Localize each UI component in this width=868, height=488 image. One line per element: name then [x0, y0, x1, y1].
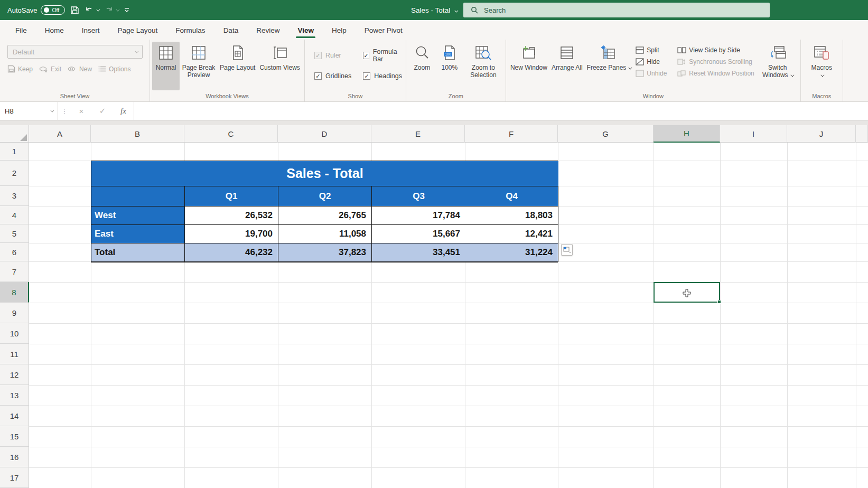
row-header-15[interactable]: 15 [0, 426, 29, 447]
column-header-B[interactable]: B [91, 125, 184, 143]
name-box[interactable]: H8 [0, 102, 58, 120]
row-header-13[interactable]: 13 [0, 385, 29, 406]
formula-bar-checkbox[interactable]: ✓ Formula Bar [363, 48, 402, 63]
table-cell-value[interactable]: 33,451 [372, 243, 465, 262]
table-cell-value[interactable]: 17,784 [372, 207, 465, 225]
title-dropdown-icon[interactable] [454, 8, 458, 12]
undo-dropdown-icon[interactable] [97, 7, 100, 11]
formula-bar-checkbox-box[interactable]: ✓ [363, 52, 369, 59]
table-cell-value[interactable]: 46,232 [185, 243, 278, 262]
headings-checkbox-box[interactable]: ✓ [363, 72, 370, 80]
table-row-label[interactable]: Total [91, 243, 185, 262]
table-quarter-header[interactable]: Q2 [278, 186, 372, 207]
column-header-I[interactable]: I [720, 125, 787, 143]
gridlines-checkbox-box[interactable]: ✓ [314, 72, 322, 80]
column-header-J[interactable]: J [787, 125, 856, 143]
page-break-preview-button[interactable]: Page Break Preview [180, 42, 218, 90]
zoom-to-selection-button[interactable]: Zoom to Selection [463, 42, 503, 90]
column-header-partial[interactable] [856, 125, 868, 143]
sales-table[interactable]: Sales - TotalQ1Q2Q3Q4West26,53226,76517,… [91, 161, 558, 262]
arrange-all-button[interactable]: Arrange All [549, 42, 585, 90]
freeze-panes-button[interactable]: Freeze Panes [585, 42, 633, 90]
tab-insert[interactable]: Insert [73, 22, 109, 39]
table-cell-value[interactable]: 26,532 [185, 207, 278, 225]
zoom-100-button[interactable]: 100 100% [436, 42, 463, 90]
column-header-D[interactable]: D [278, 125, 371, 143]
tab-page-layout[interactable]: Page Layout [109, 22, 167, 39]
undo-button[interactable] [85, 6, 99, 14]
normal-view-button[interactable]: Normal [152, 42, 180, 90]
row-header-17[interactable]: 17 [0, 467, 29, 488]
row-header-8[interactable]: 8 [0, 282, 29, 303]
fill-handle[interactable] [717, 300, 721, 304]
custom-views-button[interactable]: Custom Views [257, 42, 302, 90]
column-header-E[interactable]: E [371, 125, 465, 143]
table-row-label[interactable]: East [91, 225, 185, 243]
row-header-10[interactable]: 10 [0, 323, 29, 344]
table-cell-value[interactable]: 37,823 [278, 243, 372, 262]
switch-windows-button[interactable]: Switch Windows [757, 42, 798, 90]
tab-home[interactable]: Home [36, 22, 73, 39]
row-header-9[interactable]: 9 [0, 303, 29, 323]
row-header-6[interactable]: 6 [0, 243, 29, 261]
row-header-3[interactable]: 3 [0, 186, 29, 206]
customize-quick-access-icon[interactable] [124, 7, 130, 13]
table-title[interactable]: Sales - Total [91, 161, 558, 186]
tab-data[interactable]: Data [214, 22, 248, 39]
table-row-label[interactable]: West [91, 207, 185, 225]
gridlines-checkbox[interactable]: ✓ Gridlines [314, 72, 351, 80]
formula-input[interactable] [134, 102, 868, 120]
column-header-C[interactable]: C [184, 125, 278, 143]
tab-formulas[interactable]: Formulas [166, 22, 214, 39]
table-quarter-header[interactable]: Q1 [185, 186, 278, 207]
row-header-7[interactable]: 7 [0, 261, 29, 282]
row-header-5[interactable]: 5 [0, 224, 29, 243]
autosave-toggle[interactable]: AutoSave Off [7, 5, 65, 15]
name-box-dropdown-icon[interactable] [50, 108, 54, 112]
tab-power-pivot[interactable]: Power Pivot [356, 22, 412, 39]
row-header-4[interactable]: 4 [0, 206, 29, 224]
column-header-A[interactable]: A [29, 125, 91, 143]
paste-options-button[interactable] [561, 244, 573, 256]
row-header-11[interactable]: 11 [0, 344, 29, 364]
active-cell-selection[interactable] [654, 282, 720, 303]
tab-help[interactable]: Help [323, 22, 356, 39]
tab-review[interactable]: Review [247, 22, 288, 39]
row-header-1[interactable]: 1 [0, 143, 29, 161]
row-header-12[interactable]: 12 [0, 364, 29, 385]
tab-file[interactable]: File [6, 22, 36, 39]
table-cell-value[interactable]: 12,421 [465, 225, 558, 243]
table-corner-cell[interactable] [91, 186, 185, 207]
zoom-button[interactable]: Zoom [408, 42, 436, 90]
macros-button[interactable]: Macros [808, 42, 835, 90]
save-icon[interactable] [70, 6, 79, 15]
sheet-view-dropdown[interactable]: Default [7, 45, 143, 59]
insert-function-icon[interactable]: fx [113, 102, 134, 120]
table-cell-value[interactable]: 31,224 [465, 243, 558, 262]
table-cell-value[interactable]: 18,803 [465, 207, 558, 225]
column-header-H[interactable]: H [654, 125, 720, 143]
table-cell-value[interactable]: 11,058 [278, 225, 372, 243]
table-cell-value[interactable]: 19,700 [185, 225, 278, 243]
new-window-button[interactable]: New Window [508, 42, 549, 90]
split-button[interactable]: Split [633, 45, 669, 55]
row-header-2[interactable]: 2 [0, 161, 29, 186]
row-header-16[interactable]: 16 [0, 447, 29, 467]
select-all-button[interactable] [0, 125, 29, 143]
column-header-F[interactable]: F [465, 125, 558, 143]
view-side-by-side-button[interactable]: View Side by Side [675, 45, 757, 55]
formula-bar-separator[interactable]: ⋮ [58, 102, 71, 120]
tab-view[interactable]: View [288, 22, 323, 39]
column-header-G[interactable]: G [558, 125, 654, 143]
autosave-switch[interactable]: Off [41, 5, 65, 15]
document-title-text[interactable]: Sales - Total [411, 6, 450, 14]
grid-area[interactable]: 1234567891011121314151617Sales - TotalQ1… [0, 143, 868, 488]
row-header-14[interactable]: 14 [0, 406, 29, 426]
table-cell-value[interactable]: 26,765 [278, 207, 372, 225]
table-cell-value[interactable]: 15,667 [372, 225, 465, 243]
headings-checkbox[interactable]: ✓ Headings [363, 72, 402, 80]
table-quarter-header[interactable]: Q3 [372, 186, 465, 207]
hide-button[interactable]: Hide [633, 57, 669, 67]
page-layout-button[interactable]: Page Layout [218, 42, 257, 90]
table-quarter-header[interactable]: Q4 [465, 186, 558, 207]
